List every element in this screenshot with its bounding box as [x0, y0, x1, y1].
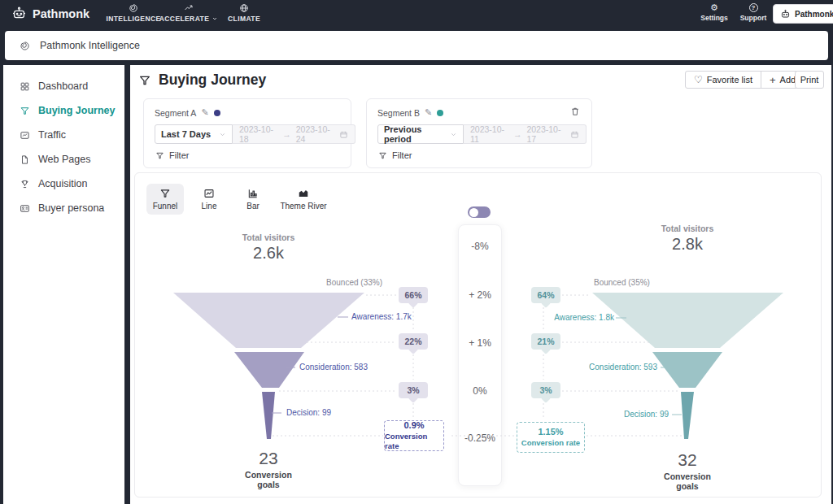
rate-badge: 3% — [399, 382, 428, 398]
date-from: 2023-10-18 — [239, 124, 277, 144]
date-to: 2023-10-17 — [526, 124, 565, 144]
funnel-icon — [155, 151, 164, 160]
id-card-icon — [20, 203, 30, 214]
chevron-down-icon — [219, 131, 226, 138]
edit-pencil-icon[interactable]: ✎ — [425, 107, 432, 118]
rate-badge: 22% — [399, 333, 428, 350]
sidebar-item-label: Buyer persona — [38, 202, 104, 214]
print-button[interactable]: Print — [795, 71, 824, 89]
sidebar-item-label: Web Pages — [38, 154, 90, 165]
sidebar-item-label: Dashboard — [38, 80, 88, 92]
segment-b-period-select[interactable]: Previous period — [377, 124, 464, 144]
segment-a-date-range[interactable]: 2023-10-18 → 2023-10-24 — [233, 124, 355, 144]
top-navigation-bar: Pathmonk INTELLIGENCE ACCELERATE — [0, 0, 833, 29]
sidebar-item-label: Traffic — [38, 129, 66, 141]
gear-icon: ⚙ — [710, 3, 718, 12]
total-visitors-label: Total visitors — [220, 232, 317, 242]
consideration-label: Consideration: 593 — [576, 363, 657, 371]
app-window: Pathmonk INTELLIGENCE ACCELERATE — [0, 0, 833, 504]
funnel-stage-awareness — [592, 293, 783, 348]
period-value: Last 7 Days — [161, 129, 211, 139]
sidebar-item-dashboard[interactable]: Dashboard — [3, 75, 124, 98]
segment-b-header: Segment B ✎ — [377, 107, 443, 118]
grid-icon — [20, 81, 30, 92]
question-icon: ? — [749, 3, 758, 12]
chevron-down-icon — [212, 15, 218, 22]
conversion-rate-label: Conversion rate — [385, 432, 443, 453]
segment-b-card: Segment B ✎ Previous period 2023-10-11 →… — [366, 98, 592, 168]
edit-pencil-icon[interactable]: ✎ — [201, 107, 208, 118]
settings-label: Settings — [700, 14, 728, 22]
nav-item-label: CLIMATE — [228, 15, 260, 23]
total-visitors-value: 2.6k — [220, 244, 317, 263]
conversion-goals-value: 32 — [655, 450, 720, 470]
bounced-label: Bounced (35%) — [594, 278, 650, 287]
support-button[interactable]: ? Support — [738, 3, 769, 22]
sidebar-item-acquisition[interactable]: Acquisition — [3, 172, 124, 195]
trending-up-icon — [184, 3, 194, 13]
breadcrumb[interactable]: Pathmonk Intelligence — [5, 31, 828, 60]
nav-item-label: INTELLIGENCE — [106, 15, 160, 23]
sidebar-item-buying-journey[interactable]: Buying Journey — [3, 99, 124, 122]
segment-a-period-select[interactable]: Last 7 Days — [155, 124, 233, 144]
nav-item-climate[interactable]: CLIMATE — [223, 3, 265, 23]
funnel-icon — [138, 74, 151, 87]
segment-b-date-range[interactable]: 2023-10-11 → 2023-10-17 — [464, 124, 587, 144]
funnel-stage-decision — [262, 392, 275, 439]
period-value: Previous period — [384, 124, 450, 144]
total-visitors-label: Total visitors — [639, 224, 736, 233]
settings-button[interactable]: ⚙ Settings — [699, 3, 730, 22]
breadcrumb-label: Pathmonk Intelligence — [40, 40, 140, 51]
sidebar-item-traffic[interactable]: Traffic — [3, 124, 124, 146]
document-icon — [20, 154, 30, 165]
sidebar-item-label: Buying Journey — [38, 105, 115, 116]
sidebar-item-buyer-persona[interactable]: Buyer persona — [3, 197, 124, 219]
rate-badge: 64% — [531, 287, 560, 303]
segment-a-color-dot — [214, 110, 220, 116]
brand-name: Pathmonk — [33, 7, 89, 20]
funnel-stage-consideration — [234, 352, 304, 388]
segment-a-card: Segment A ✎ Last 7 Days 2023-10-18 → 202… — [143, 98, 351, 168]
segment-b-filter[interactable]: Filter — [378, 150, 412, 160]
conversion-goals-label: Conversion goals — [236, 470, 301, 489]
sidebar: Dashboard Buying Journey Traffic — [3, 65, 124, 504]
brand-logo[interactable]: Pathmonk — [11, 6, 89, 21]
conversion-goals-value: 23 — [236, 449, 301, 468]
calendar-icon — [339, 130, 348, 139]
filter-label: Filter — [392, 150, 412, 160]
awareness-label: Awareness: 1.7k — [351, 312, 412, 321]
conversion-rate-box: 0.9% Conversion rate — [384, 420, 444, 451]
consideration-label: Consideration: 583 — [299, 363, 368, 371]
segment-a-name: Segment A — [155, 108, 196, 118]
conversion-rate-label: Conversion rate — [521, 438, 580, 449]
date-to: 2023-10-24 — [296, 124, 334, 144]
account-label: Pathmonk — [795, 10, 833, 19]
page-title-text: Buying Journey — [159, 72, 266, 89]
awareness-label: Awareness: 1.8k — [533, 313, 614, 322]
rate-badge: 3% — [531, 382, 560, 398]
sidebar-item-web-pages[interactable]: Web Pages — [3, 148, 124, 171]
chevron-down-icon — [450, 131, 457, 138]
trash-icon[interactable] — [570, 106, 580, 116]
nav-item-label: ACCELERATE — [159, 15, 209, 23]
robot-icon — [780, 9, 791, 20]
funnel-stage-consideration — [652, 352, 722, 388]
conversion-rate-value: 1.15% — [538, 426, 563, 438]
nav-item-accelerate[interactable]: ACCELERATE — [159, 3, 218, 23]
segment-b-name: Segment B — [377, 108, 420, 118]
account-button[interactable]: Pathmonk — [773, 4, 833, 24]
date-from: 2023-10-11 — [470, 124, 508, 144]
heart-icon: ♡ — [694, 74, 703, 85]
nav-item-intelligence[interactable]: INTELLIGENCE — [108, 3, 159, 23]
trophy-icon — [20, 179, 30, 189]
segment-a-header: Segment A ✎ — [155, 107, 220, 118]
segment-b-color-dot — [437, 110, 443, 116]
bounced-label: Bounced (33%) — [285, 278, 382, 287]
favorite-list-button[interactable]: ♡ Favorite list — [686, 72, 761, 88]
decision-label: Decision: 99 — [286, 408, 331, 417]
decision-label: Decision: 99 — [597, 410, 669, 419]
conversion-goals-label: Conversion goals — [655, 471, 720, 491]
conversion-rate-box: 1.15% Conversion rate — [517, 422, 585, 453]
chart-icon — [20, 130, 30, 141]
segment-a-filter[interactable]: Filter — [155, 150, 189, 160]
